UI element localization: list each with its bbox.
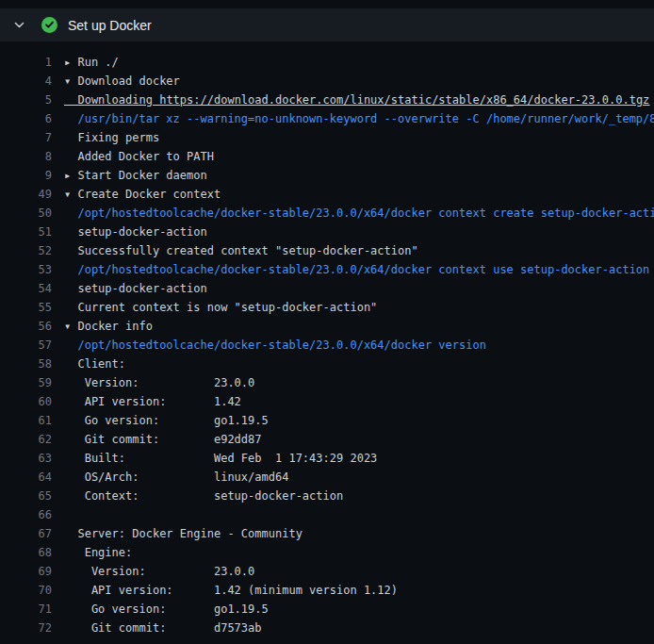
log-line[interactable]: 66 <box>0 505 654 524</box>
line-number[interactable]: 8 <box>0 147 52 166</box>
log-line[interactable]: 58 Client: <box>0 355 654 373</box>
chevron-down-icon[interactable]: ▾ <box>64 320 77 333</box>
line-content: /opt/hostedtoolcache/docker-stable/23.0.… <box>64 263 649 276</box>
log-line[interactable]: 7 Fixing perms <box>0 128 654 147</box>
line-content: Go version: go1.19.5 <box>64 414 269 427</box>
log-line[interactable]: 57 /opt/hostedtoolcache/docker-stable/23… <box>0 336 654 355</box>
line-content: API version: 1.42 (minimum version 1.12) <box>64 584 398 597</box>
line-content: Successfully created context "setup-dock… <box>64 244 418 257</box>
line-content: Git commit: d7573ab <box>64 621 262 635</box>
log-line[interactable]: 1▸ Run ./ <box>0 53 654 72</box>
line-number[interactable]: 71 <box>0 600 52 619</box>
line-number[interactable]: 68 <box>0 543 52 562</box>
line-number[interactable]: 70 <box>0 581 52 600</box>
line-content: ▸ Start Docker daemon <box>64 169 207 182</box>
chevron-down-icon[interactable]: ▾ <box>64 188 77 201</box>
log-line[interactable]: 59 Version: 23.0.0 <box>0 373 654 392</box>
line-number[interactable]: 63 <box>0 449 52 468</box>
line-content: Downloading https://download.docker.com/… <box>64 93 649 107</box>
line-number[interactable]: 54 <box>0 279 52 298</box>
log-line[interactable]: 55 Current context is now "setup-docker-… <box>0 298 654 317</box>
line-content: Fixing perms <box>64 131 159 144</box>
chevron-down-icon[interactable] <box>13 19 25 31</box>
line-number[interactable]: 51 <box>0 223 52 241</box>
line-content: setup-docker-action <box>64 225 207 239</box>
log-line[interactable]: 53 /opt/hostedtoolcache/docker-stable/23… <box>0 260 654 279</box>
line-content: setup-docker-action <box>64 282 207 295</box>
line-number[interactable]: 49 <box>0 185 52 204</box>
log-line[interactable]: 4▾ Download docker <box>0 72 654 91</box>
log-line[interactable]: 63 Built: Wed Feb 1 17:43:29 2023 <box>0 449 654 468</box>
log-line[interactable]: 49▾ Create Docker context <box>0 185 654 204</box>
log-line[interactable]: 62 Git commit: e92dd87 <box>0 430 654 449</box>
step-header[interactable]: Set up Docker <box>0 8 654 41</box>
line-content: /opt/hostedtoolcache/docker-stable/23.0.… <box>64 206 654 220</box>
log-line[interactable]: 50 /opt/hostedtoolcache/docker-stable/23… <box>0 204 654 223</box>
line-number[interactable]: 1 <box>0 53 52 72</box>
line-content: Built: Wed Feb 1 17:43:29 2023 <box>64 452 377 465</box>
line-content: Go version: go1.19.5 <box>64 603 269 616</box>
line-number[interactable]: 66 <box>0 505 52 524</box>
line-number[interactable]: 53 <box>0 260 52 279</box>
log-line[interactable]: 64 OS/Arch: linux/amd64 <box>0 468 654 487</box>
chevron-right-icon[interactable]: ▸ <box>64 56 77 69</box>
line-content: Current context is now "setup-docker-act… <box>64 301 377 314</box>
log-line[interactable]: 61 Go version: go1.19.5 <box>0 411 654 430</box>
line-number[interactable]: 4 <box>0 72 52 91</box>
log-line[interactable]: 60 API version: 1.42 <box>0 392 654 411</box>
log-line[interactable]: 69 Version: 23.0.0 <box>0 562 654 581</box>
line-number[interactable]: 60 <box>0 392 52 411</box>
line-number[interactable]: 5 <box>0 91 52 109</box>
line-content: ▾ Create Docker context <box>64 188 221 201</box>
line-number[interactable]: 56 <box>0 317 52 336</box>
line-number[interactable]: 55 <box>0 298 52 317</box>
line-content: ▾ Download docker <box>64 74 180 88</box>
line-content: Server: Docker Engine - Community <box>64 527 302 540</box>
step-title: Set up Docker <box>68 18 152 33</box>
line-number[interactable]: 9 <box>0 166 52 185</box>
line-number[interactable]: 59 <box>0 373 52 392</box>
line-content: Added Docker to PATH <box>64 150 214 163</box>
line-content: ▸ Run ./ <box>64 56 119 69</box>
line-number[interactable]: 50 <box>0 204 52 223</box>
log-line[interactable]: 54 setup-docker-action <box>0 279 654 298</box>
check-circle-icon <box>41 17 57 33</box>
line-number[interactable]: 62 <box>0 430 52 449</box>
log-line[interactable]: 70 API version: 1.42 (minimum version 1.… <box>0 581 654 600</box>
line-content: Git commit: e92dd87 <box>64 433 262 446</box>
log-line[interactable]: 71 Go version: go1.19.5 <box>0 600 654 619</box>
line-content: Version: 23.0.0 <box>64 565 254 578</box>
line-content: Version: 23.0.0 <box>64 376 254 389</box>
chevron-down-icon[interactable]: ▾ <box>64 74 77 88</box>
download-url-link[interactable]: https://download.docker.com/linux/static… <box>159 93 649 107</box>
chevron-right-icon[interactable]: ▸ <box>64 169 77 182</box>
line-number[interactable]: 64 <box>0 468 52 487</box>
line-content: /opt/hostedtoolcache/docker-stable/23.0.… <box>64 339 486 352</box>
line-number[interactable]: 58 <box>0 355 52 373</box>
log-line[interactable]: 5 Downloading https://download.docker.co… <box>0 91 654 109</box>
log-line[interactable]: 68 Engine: <box>0 543 654 562</box>
log-line[interactable]: 8 Added Docker to PATH <box>0 147 654 166</box>
log-line[interactable]: 51 setup-docker-action <box>0 223 654 241</box>
line-number[interactable]: 6 <box>0 109 52 128</box>
log-line[interactable]: 56▾ Docker info <box>0 317 654 336</box>
line-number[interactable]: 57 <box>0 336 52 355</box>
log-line[interactable]: 52 Successfully created context "setup-d… <box>0 241 654 260</box>
line-number[interactable]: 7 <box>0 128 52 147</box>
line-number[interactable]: 61 <box>0 411 52 430</box>
line-content: /usr/bin/tar xz --warning=no-unknown-key… <box>64 112 654 125</box>
line-number[interactable]: 52 <box>0 241 52 260</box>
line-number[interactable]: 69 <box>0 562 52 581</box>
log-line[interactable]: 72 Git commit: d7573ab <box>0 619 654 637</box>
line-content: Engine: <box>64 546 132 559</box>
log-line[interactable]: 65 Context: setup-docker-action <box>0 487 654 505</box>
line-content: OS/Arch: linux/amd64 <box>64 471 288 484</box>
line-content: ▾ Docker info <box>64 320 153 333</box>
line-content: Context: setup-docker-action <box>64 489 343 503</box>
log-line[interactable]: 6 /usr/bin/tar xz --warning=no-unknown-k… <box>0 109 654 128</box>
line-number[interactable]: 67 <box>0 524 52 543</box>
log-line[interactable]: 67 Server: Docker Engine - Community <box>0 524 654 543</box>
line-number[interactable]: 72 <box>0 619 52 637</box>
log-line[interactable]: 9▸ Start Docker daemon <box>0 166 654 185</box>
line-number[interactable]: 65 <box>0 487 52 505</box>
